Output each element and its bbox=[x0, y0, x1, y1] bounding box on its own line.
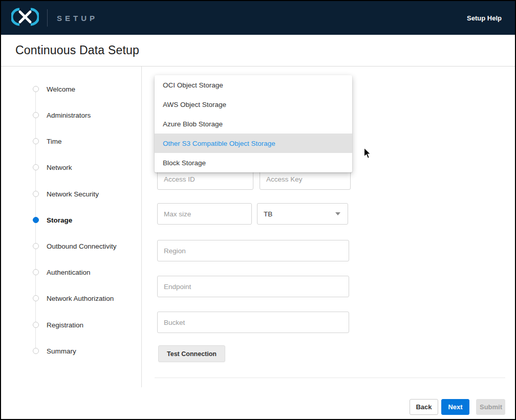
sidebar-item-network-security[interactable]: Network Security bbox=[33, 190, 99, 197]
delphix-logo-icon bbox=[11, 8, 39, 28]
sidebar-item-registration[interactable]: Registration bbox=[33, 321, 83, 328]
bucket-input[interactable] bbox=[157, 312, 349, 333]
title-bar: Continuous Data Setup bbox=[1, 35, 515, 67]
sidebar-item-network[interactable]: Network bbox=[33, 164, 72, 171]
sidebar-item-summary[interactable]: Summary bbox=[33, 347, 76, 355]
wizard-stepper: Welcome Administrators Time Network Netw… bbox=[1, 67, 142, 387]
chevron-down-icon bbox=[335, 212, 340, 215]
step-label: Authentication bbox=[47, 269, 91, 276]
dropdown-option-block-storage[interactable]: Block Storage bbox=[155, 153, 352, 172]
step-label: Network bbox=[47, 164, 72, 171]
step-label: Time bbox=[47, 138, 62, 145]
step-dot-icon bbox=[33, 295, 39, 301]
size-unit-value: TB bbox=[264, 210, 272, 218]
step-label: Administrators bbox=[47, 112, 91, 119]
step-dot-icon bbox=[33, 217, 39, 223]
sidebar-item-authentication[interactable]: Authentication bbox=[33, 269, 91, 276]
brand: SETUP bbox=[11, 8, 98, 28]
step-label: Registration bbox=[47, 321, 83, 329]
step-label: Network Security bbox=[47, 190, 99, 198]
top-bar: SETUP Setup Help bbox=[1, 1, 515, 35]
next-button[interactable]: Next bbox=[441, 399, 469, 415]
step-label: Outbound Connectivity bbox=[47, 242, 117, 250]
sidebar-item-storage[interactable]: Storage bbox=[33, 216, 72, 224]
back-button[interactable]: Back bbox=[410, 399, 438, 415]
endpoint-input[interactable] bbox=[157, 276, 349, 297]
brand-divider bbox=[47, 9, 48, 27]
step-label: Storage bbox=[47, 216, 72, 224]
step-dot-icon bbox=[33, 243, 39, 249]
step-label: Network Authorization bbox=[47, 295, 114, 302]
step-dot-icon bbox=[33, 164, 39, 170]
dropdown-option-azure-blob-storage[interactable]: Azure Blob Storage bbox=[155, 114, 352, 134]
setup-window: SETUP Setup Help Continuous Data Setup W… bbox=[0, 0, 516, 420]
storage-type-dropdown: OCI Object Storage AWS Object Storage Az… bbox=[155, 75, 352, 172]
step-dot-icon bbox=[33, 348, 39, 354]
sidebar-item-administrators[interactable]: Administrators bbox=[33, 112, 91, 119]
sidebar-item-welcome[interactable]: Welcome bbox=[33, 85, 75, 93]
step-label: Welcome bbox=[47, 85, 75, 93]
page-title: Continuous Data Setup bbox=[15, 43, 139, 57]
product-label: SETUP bbox=[57, 14, 98, 23]
step-label: Summary bbox=[47, 347, 76, 355]
region-input[interactable] bbox=[157, 240, 349, 261]
setup-help-link[interactable]: Setup Help bbox=[467, 14, 502, 22]
sidebar-item-time[interactable]: Time bbox=[33, 138, 62, 145]
content-divider bbox=[155, 378, 505, 378]
max-size-input[interactable] bbox=[157, 203, 252, 225]
step-dot-icon bbox=[33, 86, 39, 92]
mouse-cursor-icon bbox=[363, 147, 372, 162]
step-dot-icon bbox=[33, 191, 39, 197]
test-connection-button[interactable]: Test Connection bbox=[158, 345, 225, 362]
step-dot-icon bbox=[33, 112, 39, 118]
sidebar-item-network-authorization[interactable]: Network Authorization bbox=[33, 295, 114, 302]
step-dot-icon bbox=[33, 138, 39, 144]
submit-button: Submit bbox=[476, 399, 505, 415]
step-dot-icon bbox=[33, 269, 39, 275]
dropdown-option-oci-object-storage[interactable]: OCI Object Storage bbox=[155, 75, 352, 95]
size-unit-select[interactable]: TB bbox=[257, 203, 348, 225]
dropdown-option-other-s3-compatible[interactable]: Other S3 Compatible Object Storage bbox=[155, 134, 352, 153]
step-dot-icon bbox=[33, 322, 39, 328]
dropdown-option-aws-object-storage[interactable]: AWS Object Storage bbox=[155, 95, 352, 114]
sidebar-item-outbound-connectivity[interactable]: Outbound Connectivity bbox=[33, 242, 117, 250]
